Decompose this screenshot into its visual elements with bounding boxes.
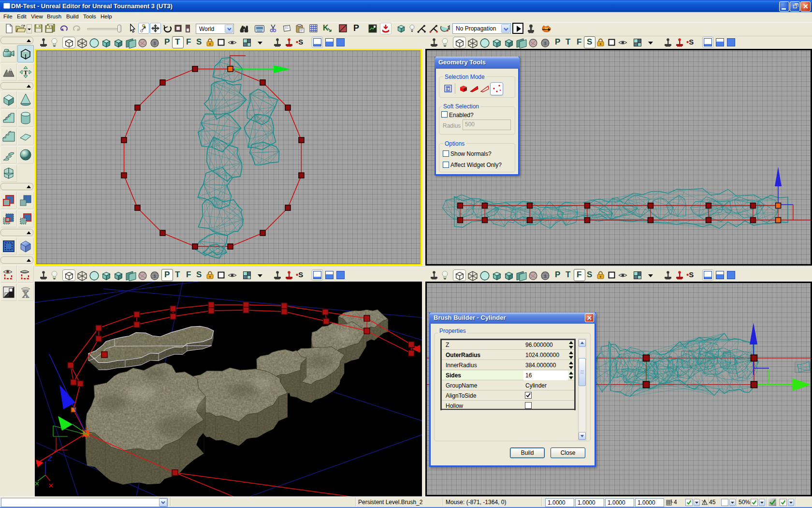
svg-text:T: T	[24, 69, 28, 76]
svg-text:X: X	[22, 289, 29, 299]
